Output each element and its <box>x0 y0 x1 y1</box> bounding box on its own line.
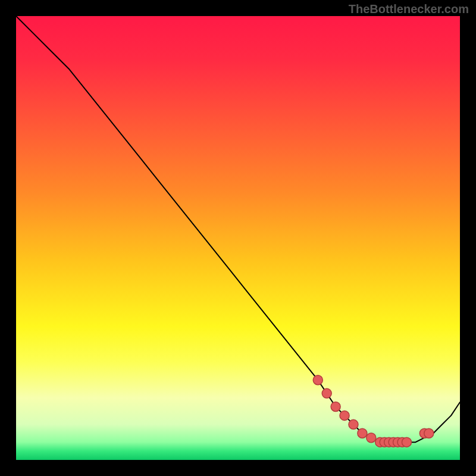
attribution-text: TheBottlenecker.com <box>349 2 469 16</box>
plot-area <box>16 16 460 460</box>
curve-layer <box>16 16 460 460</box>
chart-container: TheBottlenecker.com <box>0 0 476 476</box>
